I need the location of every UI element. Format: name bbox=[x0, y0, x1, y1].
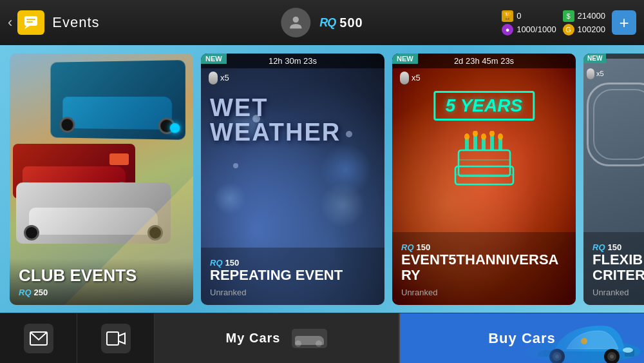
green-value: 214000 bbox=[578, 11, 605, 21]
svg-rect-15 bbox=[459, 150, 510, 176]
gold-coin-icon: G bbox=[563, 24, 574, 35]
partial-ranked: Unranked bbox=[592, 288, 644, 297]
wet-event-title: REPEATING EVENT bbox=[210, 268, 375, 283]
five-years-text: 5 YEARS bbox=[446, 95, 522, 115]
anni-ranked: Unranked bbox=[401, 288, 567, 297]
bottom-nav: My Cars Buy Cars bbox=[0, 313, 644, 363]
svg-rect-20 bbox=[107, 332, 118, 345]
svg-rect-0 bbox=[24, 16, 37, 26]
club-events-footer: CLUB EVENTS RQ 250 bbox=[10, 259, 193, 305]
chat-icon bbox=[23, 15, 39, 30]
svg-point-10 bbox=[464, 133, 469, 140]
partial-rq-badge: RQ 150 bbox=[592, 242, 644, 252]
trophy-value: 0 bbox=[516, 11, 521, 21]
mail-icon bbox=[30, 331, 48, 346]
wet-timer: 12h 30m 23s bbox=[269, 56, 317, 66]
cake-icon bbox=[452, 131, 516, 191]
rain-blob3 bbox=[214, 182, 246, 215]
anni-reward-amount: x5 bbox=[412, 73, 421, 83]
main-content: CLUB EVENTS RQ 250 NEW 12h 30m 23s x5 WE… bbox=[0, 45, 644, 313]
partial-reward: x5 bbox=[587, 68, 604, 79]
my-cars-car-thumb bbox=[292, 329, 327, 348]
club-events-title: CLUB EVENTS bbox=[19, 266, 184, 285]
nav-mail-button[interactable] bbox=[0, 313, 77, 363]
green-currency-icon: $ bbox=[563, 10, 574, 22]
rain-blob4 bbox=[320, 182, 365, 228]
partial-rq-number: 150 bbox=[608, 242, 622, 252]
partial-new-badge: NEW bbox=[583, 54, 606, 63]
anni-pill-icon bbox=[400, 72, 409, 84]
header-stats: 🏆 0 ● 1000/1000 $ 214000 G 100200 + bbox=[502, 10, 636, 35]
nav-video-button[interactable] bbox=[77, 313, 155, 363]
svg-rect-3 bbox=[26, 21, 33, 23]
wet-rq-number: 150 bbox=[225, 258, 240, 268]
anni-new-badge: NEW bbox=[392, 54, 418, 64]
anni-reward: x5 bbox=[400, 72, 421, 84]
wet-timer-bar: NEW 12h 30m 23s bbox=[201, 54, 384, 68]
my-cars-label: My Cars bbox=[226, 331, 281, 346]
track-inner bbox=[593, 89, 644, 160]
svg-rect-2 bbox=[26, 19, 35, 20]
wet-rq-text: RQ bbox=[210, 258, 223, 268]
anni-timer-bar: NEW 2d 23h 45m 23s bbox=[392, 54, 576, 68]
wet-rq-badge: RQ 150 bbox=[210, 258, 375, 268]
nav-my-cars-button[interactable]: My Cars bbox=[155, 313, 400, 363]
club-rq-text: RQ bbox=[19, 288, 32, 297]
add-button[interactable]: + bbox=[612, 10, 636, 35]
anni-event-title: EVENT5THANNIVERSA RY bbox=[401, 252, 567, 283]
anni-timer: 2d 23h 45m 23s bbox=[454, 56, 514, 66]
wet-reward: x5 bbox=[209, 72, 229, 84]
avatar[interactable] bbox=[281, 8, 310, 37]
club-rq-number: 250 bbox=[34, 288, 48, 297]
wet-new-badge: NEW bbox=[201, 54, 227, 64]
video-icon-wrap bbox=[101, 324, 131, 353]
purple-gem-icon: ● bbox=[502, 24, 513, 35]
stat-group-right: $ 214000 G 100200 bbox=[563, 10, 605, 35]
club-events-card[interactable]: CLUB EVENTS RQ 250 bbox=[10, 54, 193, 305]
club-rq-badge: RQ 250 bbox=[19, 288, 184, 297]
car1-shape bbox=[50, 60, 185, 140]
gold-value: 100200 bbox=[578, 25, 605, 34]
svg-point-12 bbox=[481, 133, 486, 140]
partial-event-title: FLEXIB CRITER bbox=[592, 252, 644, 283]
nav-buy-cars-button[interactable]: Buy Cars bbox=[400, 313, 644, 363]
pill-icon bbox=[209, 72, 218, 84]
anni-rq-number: 150 bbox=[417, 242, 431, 252]
stat-purple: ● 1000/1000 bbox=[502, 24, 556, 35]
wet-weather-card[interactable]: NEW 12h 30m 23s x5 WETWEATHER RQ 150 REP… bbox=[201, 54, 384, 305]
wet-footer: RQ 150 REPEATING EVENT Unranked bbox=[201, 248, 384, 304]
flexible-card[interactable]: nü NEW x5 RQ 150 FLEXIB CRITER Unranked bbox=[583, 54, 644, 305]
header-center: RQ 500 bbox=[281, 8, 363, 37]
video-icon bbox=[106, 331, 126, 346]
header: ‹ Events RQ 500 🏆 0 ● bbox=[0, 0, 644, 45]
partial-pill-icon bbox=[587, 68, 594, 79]
stat-gold: G 100200 bbox=[563, 24, 605, 35]
five-years-box: 5 YEARS bbox=[433, 91, 535, 121]
drop3 bbox=[346, 131, 352, 137]
svg-point-14 bbox=[498, 133, 503, 140]
page-title: Events bbox=[52, 14, 99, 31]
anniversary-card[interactable]: NEW 2d 23h 45m 23s x5 5 YEARS bbox=[392, 54, 576, 305]
chat-icon-wrap[interactable] bbox=[17, 10, 44, 35]
wet-reward-amount: x5 bbox=[220, 73, 229, 83]
svg-point-4 bbox=[293, 17, 299, 23]
anni-rq-badge: RQ 150 bbox=[401, 242, 567, 252]
rq-value: 500 bbox=[339, 15, 363, 30]
drop2 bbox=[233, 163, 238, 168]
wet-ranked: Unranked bbox=[210, 288, 375, 297]
stat-trophy: 🏆 0 bbox=[502, 10, 556, 22]
back-button[interactable]: ‹ bbox=[8, 14, 12, 31]
buy-cars-label: Buy Cars bbox=[488, 330, 556, 347]
rq-logo: RQ bbox=[319, 16, 336, 30]
wet-weather-big-text: WETWEATHER bbox=[210, 95, 341, 144]
rq-display: RQ 500 bbox=[319, 15, 363, 30]
stat-green: $ 214000 bbox=[563, 10, 605, 22]
partial-reward-amount: x5 bbox=[596, 70, 604, 77]
svg-marker-1 bbox=[24, 26, 30, 29]
anni-rq-text: RQ bbox=[401, 242, 414, 252]
trophy-icon: 🏆 bbox=[502, 10, 513, 22]
mail-icon-wrap bbox=[24, 324, 53, 353]
person-icon bbox=[287, 14, 305, 32]
stat-group-left: 🏆 0 ● 1000/1000 bbox=[502, 10, 556, 35]
cake-svg bbox=[452, 131, 516, 189]
